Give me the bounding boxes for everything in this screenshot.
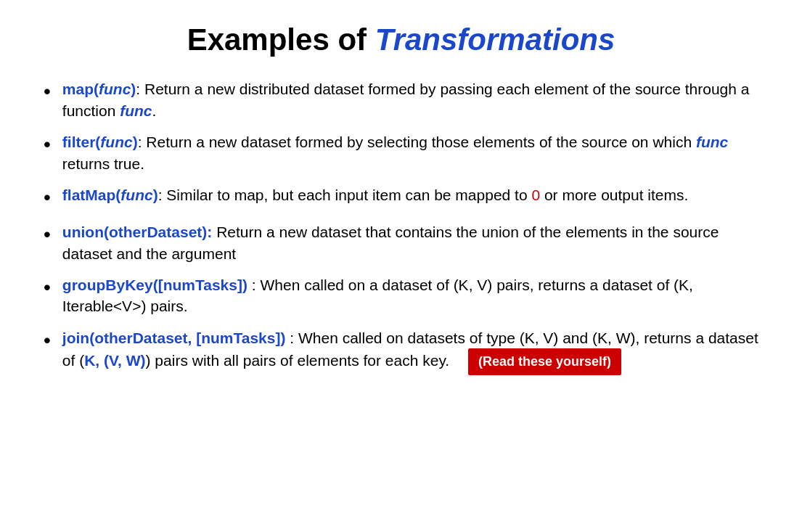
kv-bold: K, (V, W) <box>84 352 145 369</box>
term-groupbykey: groupByKey([numTasks]) <box>62 277 247 293</box>
func-italic-map: func <box>120 102 152 119</box>
bullet-dot: • <box>44 130 51 158</box>
bullet-dot: • <box>44 183 51 211</box>
bullet-content-join: join(otherDataset, [numTasks]) : When ca… <box>62 327 758 376</box>
bullet-content-union: union(otherDataset): Return a new datase… <box>62 221 758 264</box>
list-item-filter: • filter(func): Return a new dataset for… <box>44 131 758 174</box>
term-union: union(otherDataset): <box>62 224 213 240</box>
bullet-list: • map(func): Return a new distributed da… <box>44 78 758 385</box>
bullet-content-groupbykey: groupByKey([numTasks]) : When called on … <box>62 274 758 317</box>
term-join: join(otherDataset, [numTasks]) <box>62 330 286 346</box>
term-map: map(func) <box>62 81 136 97</box>
bullet-content-flatmap: flatMap(func): Similar to map, but each … <box>62 184 758 205</box>
term-filter: filter(func) <box>62 134 138 150</box>
number-zero: 0 <box>531 187 540 203</box>
list-item-flatmap: • flatMap(func): Similar to map, but eac… <box>44 184 758 211</box>
list-item-union: • union(otherDataset): Return a new data… <box>44 221 758 264</box>
list-item-join: • join(otherDataset, [numTasks]) : When … <box>44 327 758 376</box>
bullet-content-map: map(func): Return a new distributed data… <box>62 78 758 121</box>
bullet-dot: • <box>44 220 51 248</box>
bullet-dot: • <box>44 77 51 105</box>
term-flatmap: flatMap(func) <box>62 187 158 203</box>
page-title: Examples of Transformations <box>44 22 758 58</box>
list-item-groupbykey: • groupByKey([numTasks]) : When called o… <box>44 274 758 317</box>
bullet-content-filter: filter(func): Return a new dataset forme… <box>62 131 758 174</box>
func-bold-filter: func <box>696 134 728 150</box>
read-yourself-badge: (Read these yourself) <box>468 348 621 375</box>
bullet-dot: • <box>44 273 51 301</box>
list-item-map: • map(func): Return a new distributed da… <box>44 78 758 121</box>
bullet-dot: • <box>44 326 51 354</box>
title-highlight: Transformations <box>375 22 615 57</box>
